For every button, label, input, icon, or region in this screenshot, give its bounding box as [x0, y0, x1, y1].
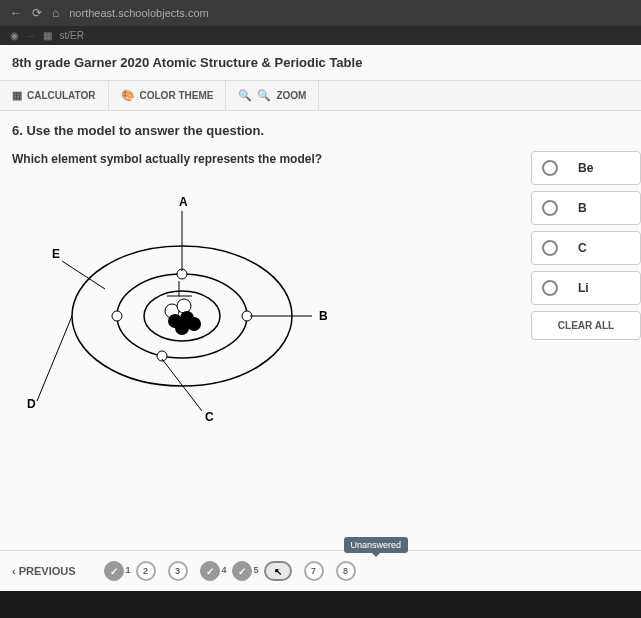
previous-button[interactable]: ‹ PREVIOUS — [12, 565, 76, 577]
nav-q8[interactable]: 8 — [336, 561, 356, 581]
zoom-button[interactable]: 🔍 🔍 ZOOM — [226, 81, 319, 110]
calculator-button[interactable]: ▦ CALCULATOR — [0, 81, 109, 110]
nav-q2[interactable]: 2 — [136, 561, 156, 581]
browser-tab-bar: ◉ ··· ▦ st/ER — [0, 26, 641, 45]
question-nav: Unanswered 1 2 3 4 5 ↖ 7 8 — [104, 561, 356, 581]
tab-icon: ▦ — [43, 30, 52, 41]
radio-icon — [542, 160, 558, 176]
answer-option-c[interactable]: C — [531, 231, 641, 265]
radio-icon — [542, 280, 558, 296]
answer-option-be[interactable]: Be — [531, 151, 641, 185]
clear-all-button[interactable]: CLEAR ALL — [531, 311, 641, 340]
assessment-header: 8th grade Garner 2020 Atomic Structure &… — [0, 45, 641, 81]
cursor-icon: ↖ — [274, 566, 282, 577]
tab-label: st/ER — [60, 30, 84, 41]
atom-model-diagram: A B C D E — [12, 176, 352, 436]
nav-q1[interactable]: 1 — [104, 561, 124, 581]
svg-point-8 — [187, 317, 201, 331]
radio-icon — [542, 200, 558, 216]
palette-icon: 🎨 — [121, 89, 135, 102]
svg-point-7 — [175, 321, 189, 335]
nav-q3[interactable]: 3 — [168, 561, 188, 581]
answer-choices: Be B C Li CLEAR ALL — [531, 151, 641, 340]
url-text: northeast.schoolobjects.com — [69, 7, 208, 19]
toolbar: ▦ CALCULATOR 🎨 COLOR THEME 🔍 🔍 ZOOM — [0, 81, 641, 111]
unanswered-tooltip: Unanswered — [344, 537, 409, 553]
home-icon[interactable]: ⌂ — [52, 6, 59, 20]
question-content: 6. Use the model to answer the question.… — [0, 111, 641, 591]
answer-option-b[interactable]: B — [531, 191, 641, 225]
label-D: D — [27, 397, 36, 411]
nav-q6-current[interactable]: ↖ — [264, 561, 292, 581]
question-number: 6. Use the model to answer the question. — [12, 123, 629, 138]
svg-line-16 — [37, 316, 72, 401]
answer-option-li[interactable]: Li — [531, 271, 641, 305]
label-C: C — [205, 410, 214, 424]
zoom-in-icon: 🔍 — [257, 89, 271, 102]
device-bezel — [0, 591, 641, 618]
reload-icon[interactable]: ⟳ — [32, 6, 42, 20]
nav-q4[interactable]: 4 — [200, 561, 220, 581]
favicon-icon: ◉ — [10, 30, 19, 41]
label-B: B — [319, 309, 328, 323]
zoom-out-icon: 🔍 — [238, 89, 252, 102]
label-E: E — [52, 247, 60, 261]
color-theme-button[interactable]: 🎨 COLOR THEME — [109, 81, 227, 110]
svg-point-4 — [177, 299, 191, 313]
question-nav-footer: ‹ PREVIOUS Unanswered 1 2 3 4 5 ↖ 7 8 — [0, 550, 641, 591]
radio-icon — [542, 240, 558, 256]
calculator-icon: ▦ — [12, 89, 22, 102]
back-icon[interactable]: ← — [10, 6, 22, 20]
nav-q5[interactable]: 5 — [232, 561, 252, 581]
chevron-left-icon: ‹ — [12, 565, 19, 577]
svg-point-10 — [112, 311, 122, 321]
label-A: A — [179, 195, 188, 209]
browser-address-bar: ← ⟳ ⌂ northeast.schoolobjects.com — [0, 0, 641, 26]
assessment-title: 8th grade Garner 2020 Atomic Structure &… — [12, 55, 629, 70]
nav-q7[interactable]: 7 — [304, 561, 324, 581]
